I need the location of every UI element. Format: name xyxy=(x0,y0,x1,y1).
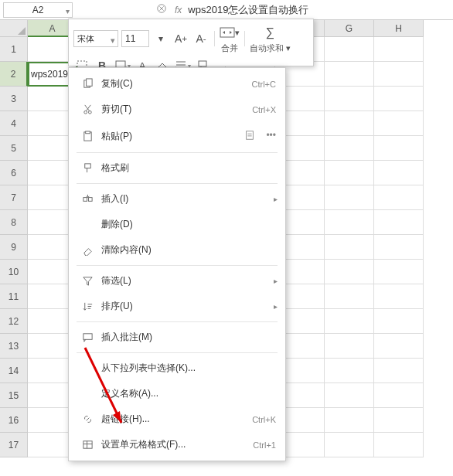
formula-input[interactable]: wps2019怎么设置自动换行 xyxy=(182,3,450,17)
cell[interactable] xyxy=(325,433,374,457)
cell[interactable] xyxy=(374,210,424,235)
cell[interactable] xyxy=(325,260,374,284)
row-header[interactable]: 11 xyxy=(0,284,28,309)
separator xyxy=(77,152,278,153)
cell[interactable] xyxy=(325,334,374,359)
svg-rect-4 xyxy=(199,61,206,66)
context-menu: 复制(C) Ctrl+C 剪切(T) Ctrl+X 粘贴(P) ••• 格式刷 … xyxy=(68,67,286,461)
font-selector[interactable]: 宋体▾ xyxy=(73,30,118,47)
menu-paste[interactable]: 粘贴(P) ••• xyxy=(69,122,285,150)
row-header[interactable]: 3 xyxy=(0,87,28,111)
menu-comment[interactable]: 插入批注(M) xyxy=(69,325,285,350)
row-header[interactable]: 16 xyxy=(0,408,28,433)
row-header[interactable]: 15 xyxy=(0,383,28,408)
cancel-icon[interactable] xyxy=(156,3,167,16)
cell[interactable] xyxy=(374,334,424,359)
cell[interactable] xyxy=(325,284,374,309)
cell[interactable] xyxy=(325,37,374,62)
row-header[interactable]: 7 xyxy=(0,185,28,210)
svg-rect-16 xyxy=(83,441,91,448)
cell[interactable] xyxy=(374,359,424,383)
paste-icon xyxy=(78,131,97,142)
cell[interactable] xyxy=(325,62,374,87)
cell[interactable] xyxy=(325,235,374,260)
row-header[interactable]: 12 xyxy=(0,309,28,334)
svg-rect-14 xyxy=(88,198,92,202)
link-icon xyxy=(78,413,97,425)
cell[interactable] xyxy=(325,408,374,433)
chevron-down-icon: ▾ xyxy=(66,5,70,19)
menu-delete[interactable]: 删除(D) xyxy=(69,212,285,237)
cell[interactable] xyxy=(374,260,424,284)
paste-special-icon[interactable] xyxy=(244,130,255,143)
row-header[interactable]: 1 xyxy=(0,37,28,62)
row-header[interactable]: 13 xyxy=(0,334,28,359)
row-header[interactable]: 6 xyxy=(0,161,28,185)
menu-dropdown-select[interactable]: 从下拉列表中选择(K)... xyxy=(69,355,285,381)
cell-reference: A2 xyxy=(32,5,44,15)
cell[interactable] xyxy=(374,433,424,457)
row-header[interactable]: 4 xyxy=(0,111,28,136)
format-cells-icon xyxy=(78,439,97,450)
select-all-corner[interactable] xyxy=(0,20,28,37)
decrease-font-icon[interactable]: A- xyxy=(192,30,209,47)
clear-icon xyxy=(78,244,97,256)
copy-icon xyxy=(78,78,97,90)
cell[interactable] xyxy=(374,62,424,87)
svg-point-8 xyxy=(88,110,91,114)
row-header[interactable]: 5 xyxy=(0,136,28,161)
menu-filter[interactable]: 筛选(L) xyxy=(69,268,285,294)
menu-hyperlink[interactable]: 超链接(H)... Ctrl+K xyxy=(69,406,285,432)
cell[interactable] xyxy=(325,359,374,383)
cell[interactable] xyxy=(325,383,374,408)
menu-cut[interactable]: 剪切(T) Ctrl+X xyxy=(69,97,285,122)
name-box[interactable]: A2 ▾ xyxy=(3,2,73,18)
row-header[interactable]: 14 xyxy=(0,359,28,383)
autosum-group[interactable]: ∑ 自动求和 ▾ xyxy=(250,22,291,54)
cell[interactable] xyxy=(325,87,374,111)
chevron-down-icon[interactable]: ▾ xyxy=(152,30,169,47)
separator xyxy=(77,183,278,184)
fx-icon[interactable]: fx xyxy=(175,5,182,15)
cell[interactable] xyxy=(374,284,424,309)
menu-sort[interactable]: 排序(U) xyxy=(69,294,285,319)
size-selector[interactable]: 11 xyxy=(121,30,149,47)
cell[interactable] xyxy=(325,111,374,136)
cell[interactable] xyxy=(374,161,424,185)
cell[interactable] xyxy=(325,136,374,161)
sort-icon xyxy=(78,301,97,312)
cut-icon xyxy=(78,104,97,115)
menu-copy[interactable]: 复制(C) Ctrl+C xyxy=(69,71,285,97)
cell[interactable] xyxy=(374,111,424,136)
cell[interactable] xyxy=(325,185,374,210)
row-header[interactable]: 8 xyxy=(0,210,28,235)
cell[interactable] xyxy=(374,235,424,260)
more-icon[interactable]: ••• xyxy=(266,130,276,143)
menu-format-cells[interactable]: 设置单元格格式(F)... Ctrl+1 xyxy=(69,432,285,457)
merge-group[interactable]: ▾ 合并 xyxy=(220,22,240,54)
row-header[interactable]: 17 xyxy=(0,433,28,457)
filter-icon xyxy=(78,275,97,287)
increase-font-icon[interactable]: A+ xyxy=(172,30,189,47)
column-header[interactable]: H xyxy=(374,20,424,37)
cell[interactable] xyxy=(374,383,424,408)
row-header[interactable]: 10 xyxy=(0,260,28,284)
column-header[interactable]: G xyxy=(325,20,374,37)
svg-rect-12 xyxy=(84,164,90,168)
cell[interactable] xyxy=(325,161,374,185)
cell[interactable] xyxy=(325,309,374,334)
menu-insert[interactable]: 插入(I) xyxy=(69,186,285,212)
menu-format-painter[interactable]: 格式刷 xyxy=(69,155,285,181)
formula-bar: A2 ▾ fx wps2019怎么设置自动换行 xyxy=(0,0,453,20)
cell[interactable] xyxy=(325,210,374,235)
menu-define-name[interactable]: 定义名称(A)... xyxy=(69,381,285,406)
cell[interactable] xyxy=(374,408,424,433)
cell[interactable] xyxy=(374,37,424,62)
menu-clear[interactable]: 清除内容(N) xyxy=(69,237,285,263)
cell[interactable] xyxy=(374,309,424,334)
cell[interactable] xyxy=(374,185,424,210)
cell[interactable] xyxy=(374,136,424,161)
cell[interactable] xyxy=(374,87,424,111)
row-header[interactable]: 9 xyxy=(0,235,28,260)
row-header[interactable]: 2 xyxy=(0,62,28,87)
